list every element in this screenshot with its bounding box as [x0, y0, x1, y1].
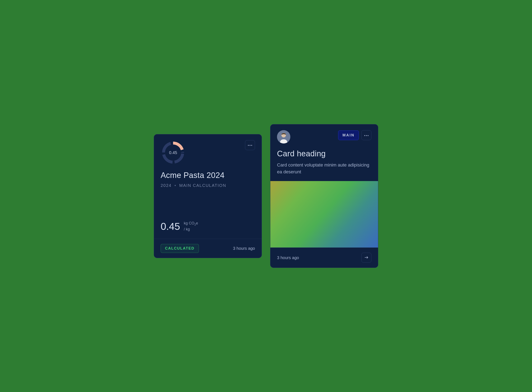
avatar: [277, 130, 290, 144]
svg-point-9: [368, 135, 368, 136]
emission-metric: 0.45 kg CO2e / kg: [161, 221, 255, 232]
svg-point-8: [366, 135, 367, 136]
donut-value-label: 0.45: [169, 150, 177, 155]
card-image: [270, 181, 378, 247]
card-footer: CALCULATED 3 hours ago: [154, 239, 262, 258]
card-body: Acme Pasta 2024 2024 • MAIN CALCULATION: [154, 165, 262, 194]
arrow-right-icon: [365, 256, 368, 260]
card-footer: 3 hours ago: [270, 247, 378, 268]
timestamp-label: 3 hours ago: [277, 255, 299, 260]
metric-value: 0.45: [161, 221, 180, 232]
dots-horizontal-icon: [364, 134, 369, 137]
calculation-card: 0.45 Acme Pasta 2024 2024 • MAIN CALCULA…: [154, 134, 262, 258]
donut-chart: 0.45: [161, 140, 185, 165]
svg-point-7: [364, 135, 365, 136]
header-actions: MAIN: [338, 130, 371, 140]
unit-line-1: kg CO2e: [184, 221, 198, 227]
metric-unit: kg CO2e / kg: [184, 221, 198, 232]
more-options-button[interactable]: [245, 140, 255, 150]
dot-separator: •: [175, 183, 176, 188]
content-card: MAIN Card heading Card content voluptate…: [270, 124, 378, 268]
card-meta: 2024 • MAIN CALCULATION: [161, 183, 255, 188]
year-label: 2024: [161, 183, 172, 188]
card-title: Acme Pasta 2024: [161, 171, 255, 180]
card-header: MAIN: [270, 124, 378, 144]
card-title: Card heading: [277, 149, 371, 158]
card-description: Card content voluptate minim aute adipis…: [277, 162, 371, 175]
card-body: Card heading Card content voluptate mini…: [270, 144, 378, 179]
main-badge: MAIN: [338, 131, 359, 140]
metric-section: 0.45 kg CO2e / kg: [154, 221, 262, 239]
card-header: 0.45: [154, 134, 262, 165]
open-button[interactable]: [361, 253, 371, 263]
dots-horizontal-icon: [248, 144, 252, 147]
subtitle-label: MAIN CALCULATION: [179, 183, 226, 188]
more-options-button[interactable]: [361, 130, 371, 140]
status-badge: CALCULATED: [161, 244, 199, 253]
svg-point-2: [248, 145, 249, 146]
unit-line-2: / kg: [184, 227, 198, 232]
timestamp-label: 3 hours ago: [233, 246, 255, 251]
svg-point-3: [250, 145, 250, 146]
svg-point-4: [251, 145, 252, 146]
